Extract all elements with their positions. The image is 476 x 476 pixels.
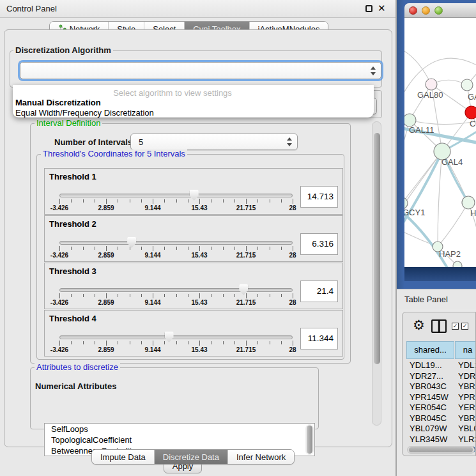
- threshold-slider-handle[interactable]: [165, 332, 174, 342]
- control-panel: Control Panel ✕ NetworkStyleSelectCyni T…: [0, 0, 397, 476]
- slider-tick-label: 2.859: [90, 204, 122, 211]
- table-cell[interactable]: YBR043C: [458, 381, 476, 392]
- slider-tick: [223, 199, 224, 203]
- zoom-traffic-light-icon[interactable]: [434, 6, 443, 15]
- network-edge: [404, 49, 431, 84]
- float-window-icon[interactable]: [365, 5, 372, 12]
- slider-tick-label: 21.715: [230, 299, 262, 306]
- slider-tick: [281, 247, 282, 250]
- slider-tick: [71, 199, 72, 203]
- table-cell[interactable]: YER054C: [458, 402, 476, 413]
- algorithm-popup-item[interactable]: Equal Width/Frequency Discretization: [15, 108, 154, 118]
- network-node[interactable]: [453, 261, 462, 267]
- table-hscrollbar-thumb[interactable]: [409, 447, 473, 452]
- slider-tick: [59, 246, 60, 251]
- threshold-value-field[interactable]: 11.344: [300, 328, 338, 349]
- table-column-header[interactable]: na: [455, 341, 476, 359]
- threshold-value-field[interactable]: 21.4: [300, 280, 338, 302]
- checkbox-icon[interactable]: ✓: [461, 323, 468, 330]
- slider-tick-label: 21.715: [230, 252, 262, 259]
- slider-tick-label: 9.144: [137, 204, 169, 211]
- tab-label: Infer Network: [236, 452, 286, 462]
- close-traffic-light-icon[interactable]: [409, 6, 417, 15]
- threshold-value-field[interactable]: 6.316: [300, 233, 338, 255]
- slider-tick: [106, 199, 107, 204]
- threshold-value-field[interactable]: 14.713: [300, 186, 338, 208]
- slider-tick-label: 15.43: [183, 299, 215, 306]
- attributes-list-scrollbar[interactable]: [305, 424, 314, 455]
- slider-tick: [246, 199, 247, 204]
- threshold-panel: Threshold 1-3.4262.8599.14415.4321.71528…: [44, 168, 343, 215]
- minimize-traffic-light-icon[interactable]: [422, 6, 430, 15]
- network-window: GAL80GACGAL11GAL4GCY1HHAP2: [404, 3, 476, 281]
- slider-tick: [176, 199, 177, 203]
- threshold-slider-handle[interactable]: [239, 284, 248, 295]
- threshold-slider-track[interactable]: [59, 288, 293, 292]
- threshold-slider-track[interactable]: [59, 194, 293, 197]
- slider-tick: [153, 246, 153, 251]
- tab-infer-network[interactable]: Infer Network: [228, 450, 294, 464]
- network-node[interactable]: [461, 79, 473, 91]
- network-node-label: H: [470, 208, 476, 218]
- gear-icon[interactable]: ⚙: [413, 318, 425, 333]
- attribute-list-item[interactable]: SelfLoops: [45, 424, 314, 434]
- threshold-slider-track[interactable]: [59, 241, 293, 245]
- slider-tick-label: 9.144: [137, 299, 169, 306]
- slider-tick: [270, 247, 270, 250]
- attributes-list-scrollbar-thumb[interactable]: [307, 426, 312, 454]
- slider-tick: [293, 341, 293, 346]
- tab-discretize-data[interactable]: Discretize Data: [155, 450, 228, 464]
- table-cell[interactable]: YPR145W: [458, 392, 476, 403]
- slider-tick: [59, 341, 60, 346]
- threshold-slider-handle[interactable]: [190, 190, 199, 201]
- tab-label: Discretize Data: [163, 452, 219, 462]
- network-node[interactable]: [404, 114, 416, 127]
- slider-tick: [270, 199, 270, 203]
- close-icon[interactable]: ✕: [378, 3, 386, 14]
- tab-impute-data[interactable]: Impute Data: [92, 450, 155, 464]
- table-cell[interactable]: YDR27...: [458, 371, 476, 381]
- network-node-label: GA: [468, 92, 476, 102]
- checkbox-icon[interactable]: ✓: [452, 323, 459, 330]
- table-cell[interactable]: YDL19...: [458, 360, 476, 371]
- slider-tick: [257, 247, 258, 250]
- slider-tick: [257, 341, 258, 344]
- threshold-slider-handle[interactable]: [127, 237, 136, 248]
- table-cell[interactable]: YLR345W: [458, 434, 476, 445]
- slider-tick: [118, 341, 118, 344]
- network-node[interactable]: [465, 106, 476, 119]
- network-window-titlebar[interactable]: [404, 3, 476, 18]
- table-panel-title: Table Panel: [404, 295, 448, 304]
- table-cell[interactable]: YBR045C: [458, 413, 476, 424]
- algorithm-popup-item[interactable]: Manual Discretization: [15, 98, 101, 107]
- slider-tick: [130, 341, 130, 344]
- slider-tick: [223, 294, 224, 297]
- network-node[interactable]: [462, 196, 475, 209]
- slider-tick: [153, 341, 153, 346]
- threshold-slider-track[interactable]: [59, 335, 293, 339]
- split-columns-icon[interactable]: [431, 319, 447, 333]
- slider-tick: [246, 246, 247, 251]
- network-canvas[interactable]: GAL80GACGAL11GAL4GCY1HHAP2: [404, 18, 476, 267]
- table-column-header[interactable]: shared...: [406, 341, 454, 359]
- slider-tick: [257, 294, 258, 297]
- table-hscrollbar[interactable]: [407, 446, 475, 454]
- tab-label: Impute Data: [100, 452, 146, 462]
- attributes-group-label: Attributes to discretize: [35, 363, 120, 372]
- attribute-list-item[interactable]: TopologicalCoefficient: [45, 434, 314, 445]
- threshold-label: Threshold 3: [49, 266, 96, 276]
- table-cell[interactable]: YBL079W: [458, 423, 476, 434]
- slider-tick: [257, 199, 258, 203]
- settings-scrollbar-thumb[interactable]: [374, 133, 380, 364]
- slider-tick: [130, 199, 130, 203]
- network-node-label: GAL4: [441, 157, 463, 167]
- slider-tick: [118, 294, 118, 297]
- network-node[interactable]: [426, 79, 437, 90]
- slider-tick: [176, 247, 177, 250]
- slider-tick: [199, 341, 200, 346]
- threshold-label: Threshold 2: [49, 219, 96, 229]
- slider-tick: [118, 199, 118, 203]
- settings-scrollbar[interactable]: [372, 121, 381, 426]
- threshold-label: Threshold 4: [49, 314, 96, 323]
- slider-tick: [83, 199, 84, 203]
